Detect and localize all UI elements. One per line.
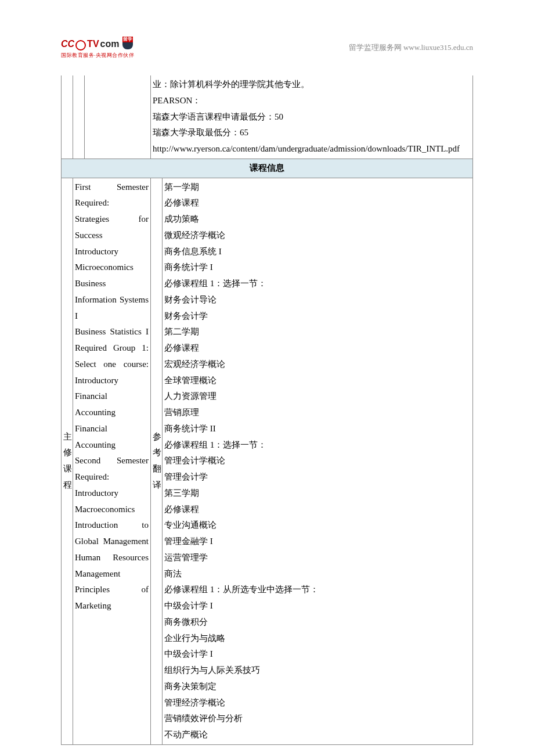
info-line: 瑞森大学语言课程申请最低分：50 [153,109,471,125]
page-header: CCTVcom 留学 国际教育服务·央视网合作伙伴 留学监理服务网 www.li… [61,38,473,61]
course-line-en: Financial Accounting [75,421,149,453]
course-line-en: First Semester [75,179,149,196]
chinese-course-list: 第一学期必修课程成功策略微观经济学概论商务信息系统 I商务统计学 I必修课程组 … [164,179,471,743]
chinese-course-cell: 第一学期必修课程成功策略微观经济学概论商务信息系统 I商务统计学 I必修课程组 … [163,178,473,744]
section-header-row: 课程信息 [62,159,473,178]
course-line-cn: 管理金融学 I [164,534,471,550]
course-line-en: Introductory Microeconomics [75,244,149,276]
blank-cell [62,75,73,159]
course-line-cn: 财务会计导论 [164,292,471,308]
course-line-cn: 管理会计学概论 [164,453,471,469]
course-line-cn: 营销原理 [164,405,471,421]
course-line-cn: 第三学期 [164,485,471,502]
info-line: PEARSON： [153,93,471,109]
course-line-en: Introductory Macroeconomics [75,485,149,518]
row-label-main-text: 主修课程 [63,429,71,494]
course-line-cn: 第一学期 [164,179,471,196]
english-course-cell: First SemesterRequired:Strategies for Su… [73,178,151,744]
course-line-en: Business Information Systems I [75,276,149,324]
course-row: 主修课程 First SemesterRequired:Strategies f… [62,178,473,744]
vert-char: 考 [153,445,160,461]
logo-subtitle: 国际教育服务·央视网合作伙伴 [61,52,134,59]
course-line-cn: 必修课程 [164,340,471,357]
section-header: 课程信息 [62,159,473,178]
vert-char: 参 [153,429,160,445]
logo-main: CCTVcom 留学 [61,38,134,51]
course-line-en: Business Statistics I [75,324,149,340]
row-label-ref-text: 参考翻译 [153,429,160,494]
top-info-row: 业：除计算机科学外的理学院其他专业。 PEARSON： 瑞森大学语言课程申请最低… [62,75,473,159]
course-line-cn: 财务会计学 [164,308,471,325]
course-table: 业：除计算机科学外的理学院其他专业。 PEARSON： 瑞森大学语言课程申请最低… [61,75,473,745]
course-line-cn: 中级会计学 I [164,598,471,614]
course-line-cn: 商务统计学 II [164,421,471,437]
admission-info-cell: 业：除计算机科学外的理学院其他专业。 PEARSON： 瑞森大学语言课程申请最低… [151,75,473,159]
course-line-cn: 必修课程组 1：选择一节： [164,276,471,292]
course-line-en: Second Semester [75,453,149,469]
course-line-cn: 商务决策制定 [164,679,471,695]
row-label-ref: 参考翻译 [151,178,163,744]
logo-badge-text: 留学 [122,37,133,42]
course-line-cn: 专业沟通概论 [164,517,471,534]
course-line-cn: 必修课程组 1：从所选专业中选择一节： [164,582,471,598]
course-line-en: Strategies for Success [75,211,149,244]
course-line-cn: 成功策略 [164,211,471,228]
english-course-list: First SemesterRequired:Strategies for Su… [75,179,149,614]
site-logo: CCTVcom 留学 国际教育服务·央视网合作伙伴 [61,38,134,59]
course-line-cn: 必修课程 [164,195,471,211]
course-line-cn: 商务微积分 [164,614,471,631]
blank-cell [85,75,151,159]
info-line: 瑞森大学录取最低分：65 [153,125,471,141]
course-line-cn: 管理会计学 [164,469,471,485]
course-line-cn: 第二学期 [164,324,471,340]
course-line-cn: 中级会计学 I [164,646,471,663]
course-line-cn: 微观经济学概论 [164,228,471,244]
course-line-cn: 不动产概论 [164,727,471,743]
course-line-cn: 宏观经济学概论 [164,357,471,373]
course-line-cn: 必修课程 [164,502,471,518]
vert-char: 修 [63,445,71,461]
logo-text-com: com [100,39,120,49]
vert-char: 主 [63,429,71,445]
course-line-en: Human Resources Management [75,550,149,582]
vert-char: 程 [63,477,71,494]
course-line-cn: 商法 [164,566,471,582]
course-line-en: Introduction to Global Management [75,517,149,550]
course-line-en: Introductory Financial Accounting [75,373,149,421]
course-line-cn: 商务信息系统 I [164,244,471,260]
course-line-cn: 企业行为与战略 [164,631,471,647]
course-line-en: Required Group 1: Select one course: [75,340,149,373]
shield-icon [122,42,133,49]
blank-cell [73,75,85,159]
course-line-cn: 管理经济学概论 [164,695,471,711]
vert-char: 翻 [153,461,160,477]
course-line-en: Required: [75,195,149,211]
course-line-en: Principles of Marketing [75,582,149,614]
course-line-cn: 必修课程组 1：选择一节： [164,437,471,453]
info-line: 业：除计算机科学外的理学院其他专业。 [153,77,471,93]
logo-badge-icon: 留学 [122,37,133,49]
logo-circle-icon [75,40,86,51]
info-line-url: http://www.ryerson.ca/content/dam/underg… [153,141,471,157]
course-line-en: Required: [75,469,149,485]
course-line-cn: 运营管理学 [164,550,471,566]
logo-text-cc: CC [61,39,74,49]
vert-char: 译 [153,477,160,494]
vert-char: 课 [63,461,71,477]
course-line-cn: 组织行为与人际关系技巧 [164,663,471,679]
course-line-cn: 营销绩效评价与分析 [164,711,471,727]
header-site-url: 留学监理服务网 www.liuxue315.edu.cn [349,42,473,53]
course-line-cn: 商务统计学 I [164,260,471,276]
course-line-cn: 人力资源管理 [164,388,471,405]
logo-text-tv: TV [87,39,99,49]
course-line-cn: 全球管理概论 [164,373,471,389]
document-page: CCTVcom 留学 国际教育服务·央视网合作伙伴 留学监理服务网 www.li… [0,0,534,756]
row-label-main: 主修课程 [62,178,73,744]
content-area: 业：除计算机科学外的理学院其他专业。 PEARSON： 瑞森大学语言课程申请最低… [61,75,473,745]
